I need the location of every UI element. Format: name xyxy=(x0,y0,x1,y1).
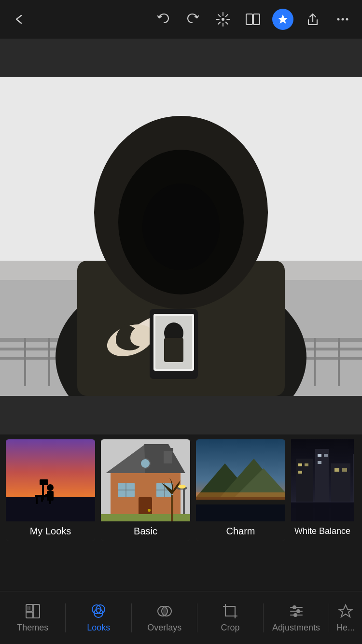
filter-thumb-white-balance xyxy=(291,439,354,521)
svg-rect-22 xyxy=(48,338,50,386)
svg-rect-10 xyxy=(253,14,260,25)
svg-line-6 xyxy=(226,14,228,16)
svg-rect-95 xyxy=(26,604,33,611)
filter-strip: My Looks xyxy=(0,434,362,546)
svg-rect-45 xyxy=(40,479,48,485)
adjustments-label: Adjustments xyxy=(272,623,320,633)
svg-point-110 xyxy=(296,609,300,613)
themes-label: Themes xyxy=(17,623,48,633)
overlays-label: Overlays xyxy=(147,623,181,633)
svg-rect-97 xyxy=(26,612,33,618)
crop-label: Crop xyxy=(221,623,240,633)
svg-rect-89 xyxy=(342,468,347,472)
svg-point-13 xyxy=(342,18,344,21)
svg-rect-96 xyxy=(34,604,40,618)
svg-rect-68 xyxy=(171,495,173,521)
filter-thumb-my-looks xyxy=(6,439,95,521)
share-button[interactable] xyxy=(302,9,323,30)
nav-item-heal[interactable]: He... xyxy=(329,591,362,644)
filter-item-my-looks[interactable]: My Looks xyxy=(6,439,95,541)
svg-rect-26 xyxy=(338,338,340,386)
svg-rect-75 xyxy=(196,504,285,521)
svg-rect-85 xyxy=(318,454,321,457)
nav-item-themes[interactable]: Themes xyxy=(0,591,65,644)
svg-rect-44 xyxy=(41,497,43,502)
svg-rect-9 xyxy=(246,14,252,25)
heal-label: He... xyxy=(336,623,355,633)
svg-point-31 xyxy=(142,183,220,270)
svg-point-46 xyxy=(47,484,54,491)
bottom-nav: Themes Looks Overlays Crop xyxy=(0,591,362,644)
svg-rect-67 xyxy=(101,514,190,521)
nav-item-looks[interactable]: Looks xyxy=(66,591,131,644)
more-button[interactable] xyxy=(332,9,353,30)
svg-rect-86 xyxy=(324,454,328,457)
nav-item-overlays[interactable]: Overlays xyxy=(132,591,197,644)
photo-canvas xyxy=(0,77,362,396)
filter-thumb-basic xyxy=(101,439,190,521)
svg-rect-83 xyxy=(305,463,308,466)
svg-rect-37 xyxy=(164,338,183,362)
svg-point-12 xyxy=(337,18,340,21)
svg-line-5 xyxy=(226,22,228,24)
photo-area xyxy=(0,39,362,434)
filter-item-white-balance[interactable]: White Balance xyxy=(291,439,354,541)
toolbar-center xyxy=(153,9,353,30)
looks-icon xyxy=(90,602,107,620)
filter-item-charm[interactable]: Charm xyxy=(196,439,285,541)
toolbar xyxy=(0,0,362,39)
svg-rect-84 xyxy=(298,471,302,474)
svg-rect-88 xyxy=(334,468,339,472)
filter-item-basic[interactable]: Basic xyxy=(101,439,190,541)
filter-label-basic: Basic xyxy=(101,521,190,541)
svg-rect-25 xyxy=(314,338,316,386)
svg-rect-48 xyxy=(45,494,49,495)
svg-rect-105 xyxy=(225,606,235,616)
toolbar-left xyxy=(9,9,30,30)
looks-label: Looks xyxy=(87,623,110,633)
filter-label-charm: Charm xyxy=(196,521,285,541)
nav-item-adjustments[interactable]: Adjustments xyxy=(264,591,329,644)
svg-rect-82 xyxy=(298,463,302,466)
crop-icon xyxy=(222,602,239,620)
svg-rect-54 xyxy=(163,448,173,451)
back-button[interactable] xyxy=(9,9,30,30)
filter-thumb-charm xyxy=(196,439,285,521)
overlays-icon xyxy=(156,602,173,620)
svg-point-14 xyxy=(346,18,348,21)
heal-icon xyxy=(337,602,354,620)
svg-point-109 xyxy=(292,605,296,609)
svg-rect-42 xyxy=(36,497,38,504)
svg-point-66 xyxy=(178,485,186,489)
photo-image xyxy=(0,77,362,396)
themes-icon xyxy=(24,602,42,620)
redo-button[interactable] xyxy=(182,9,204,30)
svg-rect-74 xyxy=(196,492,285,500)
svg-rect-87 xyxy=(318,461,321,464)
compare-button[interactable] xyxy=(242,9,264,30)
svg-point-111 xyxy=(293,613,297,617)
nav-item-crop[interactable]: Crop xyxy=(197,591,263,644)
svg-rect-21 xyxy=(24,338,26,386)
magic-button[interactable] xyxy=(212,9,234,30)
svg-point-63 xyxy=(140,459,150,468)
filter-label-my-looks: My Looks xyxy=(6,521,95,541)
favorite-button[interactable] xyxy=(272,9,293,30)
svg-rect-47 xyxy=(47,491,54,501)
svg-rect-53 xyxy=(164,449,172,463)
svg-marker-11 xyxy=(278,14,288,24)
svg-rect-92 xyxy=(291,502,354,521)
filter-label-white-balance: White Balance xyxy=(291,521,354,541)
adjustments-icon xyxy=(288,602,305,620)
undo-button[interactable] xyxy=(153,9,174,30)
svg-line-7 xyxy=(218,22,220,24)
svg-line-4 xyxy=(218,14,220,16)
svg-point-62 xyxy=(148,509,151,512)
svg-point-8 xyxy=(222,18,224,21)
